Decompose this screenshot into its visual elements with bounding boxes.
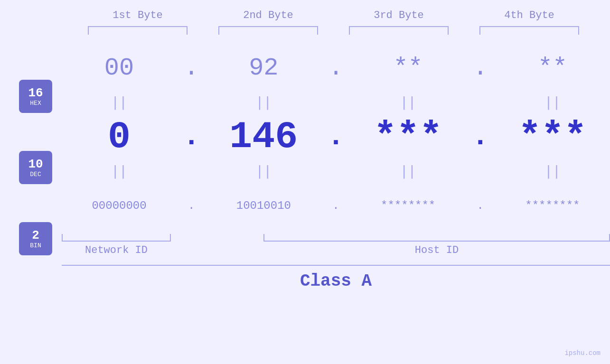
hex-value-1: 00 — [104, 54, 134, 82]
bin-row: 00000000 . 10010010 . ******** . — [62, 182, 610, 229]
eq-1: || — [67, 94, 171, 110]
content-area: 16 HEX 10 DEC 2 BIN 00 . — [0, 44, 610, 291]
hex-cell-3: ** — [356, 54, 460, 82]
dec-cell-4: *** — [500, 115, 605, 159]
class-section: Class A — [62, 265, 610, 291]
host-id-label: Host ID — [263, 244, 610, 256]
hex-value-2: 92 — [249, 54, 278, 82]
dec-badge-number: 10 — [28, 158, 43, 170]
eq-4: || — [500, 94, 605, 110]
dec-cell-1: 0 — [67, 115, 171, 159]
bin-cell-2: 10010010 — [211, 199, 316, 212]
bin-value-1: 00000000 — [92, 199, 146, 212]
network-id-label: Network ID — [62, 244, 171, 256]
bin-dot-2: . — [326, 199, 345, 212]
dec-dot-1: . — [182, 121, 201, 153]
hex-badge: 16 HEX — [19, 80, 52, 113]
hex-cell-2: 92 — [211, 54, 316, 82]
dec-dot-3: . — [471, 121, 490, 153]
byte-label-3: 3rd Byte — [347, 9, 451, 21]
bin-badge-number: 2 — [32, 229, 39, 242]
bin-dot-1: . — [182, 199, 201, 212]
byte-label-1: 1st Byte — [85, 9, 190, 21]
dec-cell-3: *** — [356, 115, 460, 159]
bracket-2 — [218, 26, 318, 35]
dec-value-1: 0 — [108, 115, 131, 159]
bin-value-3: ******** — [381, 199, 435, 212]
byte-label-4: 4th Byte — [477, 9, 582, 21]
eq-6: || — [211, 163, 316, 179]
hex-value-3: ** — [393, 54, 422, 82]
dec-value-2: 146 — [229, 115, 298, 159]
bracket-3 — [349, 26, 449, 35]
dec-value-4: *** — [518, 115, 587, 159]
hex-row: 00 . 92 . ** . ** — [62, 44, 610, 92]
grid-area: 00 . 92 . ** . ** — [62, 44, 610, 291]
hex-badge-label: HEX — [30, 100, 41, 106]
eq-8: || — [500, 163, 605, 179]
class-divider — [62, 265, 610, 266]
badges-column: 16 HEX 10 DEC 2 BIN — [0, 61, 62, 274]
hex-cell-1: 00 — [67, 54, 171, 82]
dec-dot-2: . — [326, 121, 345, 153]
bin-cell-4: ******** — [500, 199, 605, 212]
bin-dot-3: . — [471, 199, 490, 212]
host-bracket — [263, 234, 610, 242]
bin-value-4: ******** — [525, 199, 580, 212]
bin-value-2: 10010010 — [236, 199, 291, 212]
hex-value-4: ** — [538, 54, 567, 82]
dec-value-3: *** — [374, 115, 442, 159]
hex-cell-4: ** — [500, 54, 605, 82]
hex-dot-1: . — [182, 54, 201, 82]
byte-label-2: 2nd Byte — [216, 9, 320, 21]
hex-dot-2: . — [326, 54, 345, 82]
header-row: 1st Byte 2nd Byte 3rd Byte 4th Byte — [73, 9, 595, 21]
eq-7: || — [356, 163, 460, 179]
bin-cell-3: ******** — [356, 199, 460, 212]
watermark: ipshu.com — [564, 349, 601, 357]
bin-cell-1: 00000000 — [67, 199, 171, 212]
class-label: Class A — [62, 271, 610, 291]
bracket-4 — [479, 26, 579, 35]
eq-3: || — [356, 94, 460, 110]
hex-badge-number: 16 — [28, 87, 43, 99]
network-bracket — [62, 234, 171, 242]
bracket-row — [73, 26, 595, 35]
eq-row-1: || || || || — [62, 92, 610, 113]
dec-cell-2: 146 — [211, 115, 316, 159]
dec-badge-label: DEC — [30, 171, 41, 177]
eq-5: || — [67, 163, 171, 179]
eq-2: || — [211, 94, 316, 110]
eq-row-2: || || || || — [62, 160, 610, 182]
hex-dot-3: . — [471, 54, 490, 82]
bracket-1 — [88, 26, 188, 35]
bin-badge: 2 BIN — [19, 222, 52, 255]
main-container: 1st Byte 2nd Byte 3rd Byte 4th Byte 16 H… — [0, 0, 610, 364]
bin-badge-label: BIN — [30, 243, 41, 249]
dec-badge: 10 DEC — [19, 151, 52, 184]
dec-row: 0 . 146 . *** . *** — [62, 113, 610, 160]
